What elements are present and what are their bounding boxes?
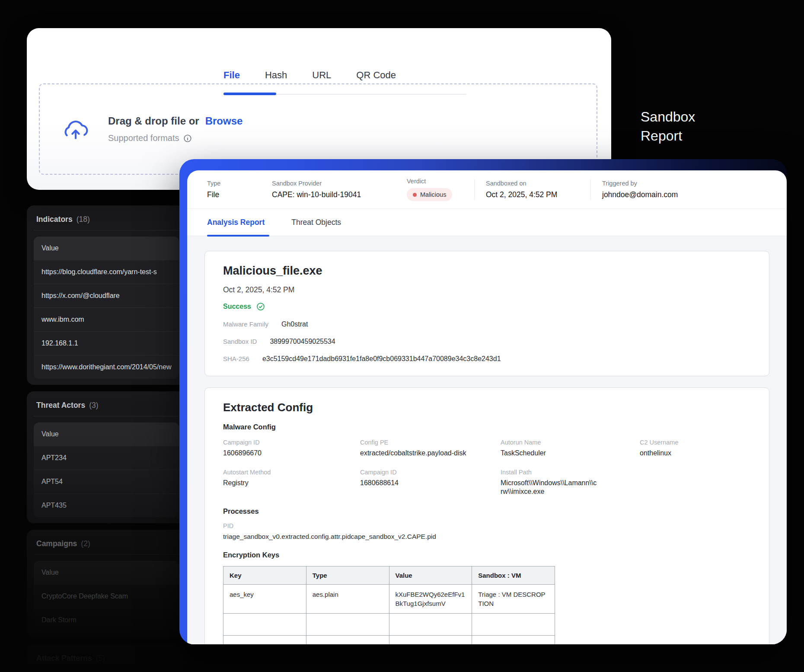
report-panel-gradient-frame: Type File Sandbox Provider CAPE: win-10-…	[179, 159, 787, 644]
sidebar-section-attack-patterns: Attack Patterns (5)	[27, 644, 186, 672]
threat-actor-row[interactable]: APT435	[34, 493, 179, 517]
meta-value: CAPE: win-10-build-19041	[272, 190, 407, 199]
campaign-row[interactable]: CryptoCore Deepfake Scam	[34, 584, 179, 608]
config-label: Campaign ID	[360, 469, 501, 476]
config-label: Install Path	[501, 469, 640, 476]
indicator-row[interactable]: www.ibm.com	[34, 307, 179, 331]
dropzone-title: Drag & drop file or	[108, 115, 199, 127]
config-label: C2 Username	[640, 439, 751, 446]
field-row: Malware Family Gh0strat	[223, 320, 751, 328]
malware-config-heading: Malware Config	[223, 423, 751, 431]
field-row: Sandbox ID 38999700459025534	[223, 338, 751, 346]
campaign-row[interactable]: Dark Storm	[34, 608, 179, 632]
success-check-icon	[256, 302, 265, 311]
campaigns-table: Value CryptoCore Deepfake Scam Dark Stor…	[34, 561, 179, 632]
meta-value: Oct 2, 2025, 4:52 PM	[486, 190, 590, 199]
tab-hash[interactable]: Hash	[265, 70, 287, 81]
upload-tabs: File Hash URL QR Code	[223, 70, 396, 81]
meta-label: Sandboxed on	[486, 180, 590, 187]
section-header: Campaigns (2)	[34, 537, 179, 555]
dropzone-text: Drag & drop file orBrowse Supported form…	[108, 115, 242, 143]
config-value: Microsoft\\Windows\\Lamann\\crw\\imixce.…	[501, 479, 598, 496]
extracted-config-card: Extracted Config Malware Config Campaign…	[204, 387, 769, 644]
meta-value: File	[207, 190, 272, 199]
status-row: Success	[223, 302, 751, 311]
sandbox-report-panel: Type File Sandbox Provider CAPE: win-10-…	[187, 170, 787, 644]
info-icon[interactable]	[183, 134, 192, 143]
table-row	[223, 614, 555, 636]
section-title: Indicators	[36, 215, 73, 224]
verdict-text: Malicious	[420, 191, 446, 198]
encryption-keys-heading: Encryption Keys	[223, 551, 751, 559]
config-field: Campaign ID 1680688614	[360, 469, 501, 496]
field-row: SHA-256 e3c5159cd49e171dadb6931fe1fa8e0f…	[223, 355, 751, 363]
pid-value: triage_sandbox_v0.extracted.config.attr.…	[223, 533, 751, 541]
section-header: Indicators (18)	[34, 212, 179, 230]
table-row	[223, 636, 555, 645]
tab-threat-objects[interactable]: Threat Objects	[291, 218, 341, 227]
config-label: Campaign ID	[223, 439, 360, 446]
sidebar: Indicators (18) Value https://blog.cloud…	[27, 205, 186, 672]
config-field: Config PE extracted/cobaltstrike.payload…	[360, 439, 501, 458]
config-value: 1680688614	[360, 479, 501, 487]
column-header: Value	[34, 422, 179, 446]
tab-url[interactable]: URL	[312, 70, 331, 81]
config-field: Install Path Microsoft\\Windows\\Lamann\…	[501, 469, 640, 496]
meta-sandbox-provider: Sandbox Provider CAPE: win-10-build-1904…	[272, 180, 407, 199]
analysis-timestamp: Oct 2, 2025, 4:52 PM	[223, 285, 751, 294]
threat-actor-row[interactable]: APT234	[34, 446, 179, 470]
hero-title: Sandbox Report	[641, 107, 695, 145]
encryption-keys-table: Key Type Value Sandbox : VM aes_key aes.…	[223, 566, 555, 644]
column-header: Value	[34, 561, 179, 584]
section-header: Attack Patterns (5)	[34, 651, 179, 669]
sidebar-section-threat-actors: Threat Actors (3) Value APT234 APT54 APT…	[27, 391, 186, 523]
analysis-report-content: Malicious_file.exe Oct 2, 2025, 4:52 PM …	[187, 236, 787, 644]
supported-formats-label: Supported formats	[108, 133, 179, 143]
field-label: Sandbox ID	[223, 338, 257, 345]
meta-value: johndoe@domain.com	[602, 190, 678, 199]
section-title: Campaigns	[36, 539, 77, 548]
indicator-row[interactable]: https://blog.cloudflare.com/yarn-test-s	[34, 260, 179, 284]
cell-key: aes_key	[223, 585, 306, 614]
config-card-title: Extracted Config	[223, 401, 751, 414]
threat-actor-row[interactable]: APT54	[34, 470, 179, 493]
config-value: extracted/cobaltstrike.payload-disk	[360, 449, 501, 458]
section-title: Attack Patterns	[36, 654, 92, 663]
screen: File Hash URL QR Code Drag & drop file o…	[0, 0, 804, 672]
report-tabs: Analysis Report Threat Objects	[187, 209, 787, 236]
cell-value: kXuFBE2WQy62eEfFv1BkTug1GjxfsumV	[389, 585, 472, 614]
section-count: (3)	[89, 401, 98, 410]
field-label: SHA-256	[223, 355, 249, 362]
section-count: (5)	[96, 654, 105, 663]
section-title: Threat Actors	[36, 401, 85, 410]
browse-link[interactable]: Browse	[205, 115, 243, 127]
indicator-row[interactable]: 192.168.1.1	[34, 331, 179, 355]
config-label: Config PE	[360, 439, 501, 446]
meta-label: Triggered by	[602, 180, 678, 187]
tab-analysis-report[interactable]: Analysis Report	[207, 218, 265, 227]
cell-sandbox-vm: Triage : VM DESCROPTION	[472, 585, 555, 614]
tab-file[interactable]: File	[223, 70, 240, 81]
config-value: 1606896670	[223, 449, 360, 458]
active-tab-indicator	[207, 235, 269, 237]
indicator-row[interactable]: https://x.com/@cloudflare	[34, 284, 179, 307]
file-summary-card: Malicious_file.exe Oct 2, 2025, 4:52 PM …	[204, 251, 769, 376]
section-count: (2)	[81, 539, 90, 548]
config-field: Autorun Name TaskScheduler	[501, 439, 640, 458]
sidebar-section-campaigns: Campaigns (2) Value CryptoCore Deepfake …	[27, 530, 186, 638]
col-header-sandbox-vm: Sandbox : VM	[472, 566, 555, 585]
config-field: Autostart Method Registry	[223, 469, 360, 496]
col-header-value: Value	[389, 566, 472, 585]
section-header: Threat Actors (3)	[34, 398, 179, 416]
field-value: e3c5159cd49e171dadb6931fe1fa8e0f9cb06933…	[262, 355, 501, 363]
threat-actors-table: Value APT234 APT54 APT435	[34, 422, 179, 517]
meta-type: Type File	[207, 180, 272, 199]
table-row: aes_key aes.plain kXuFBE2WQy62eEfFv1BkTu…	[223, 585, 555, 614]
tab-qr-code[interactable]: QR Code	[356, 70, 396, 81]
config-value: TaskScheduler	[501, 449, 640, 458]
indicator-row[interactable]: https://www.dorithegiant.com/2014/05/new	[34, 355, 179, 379]
verdict-badge: Malicious	[407, 188, 452, 201]
meta-triggered-by: Triggered by johndoe@domain.com	[591, 180, 678, 199]
column-header: Value	[34, 237, 179, 260]
config-value: Registry	[223, 479, 360, 487]
